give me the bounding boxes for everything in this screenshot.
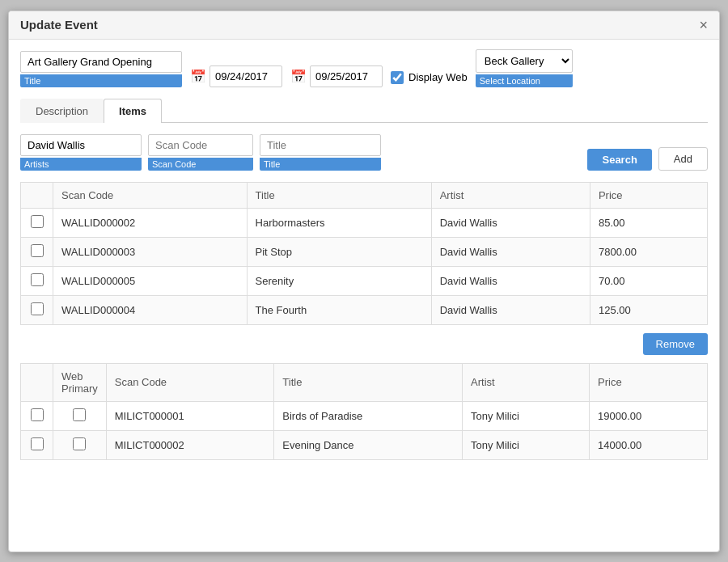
title-label: Title	[20, 74, 182, 87]
web-row-artist: Tony Milici	[463, 401, 590, 430]
artist-filter-input[interactable]	[20, 134, 142, 156]
web-row-title: Evening Dance	[274, 430, 463, 459]
table-row: WALLID000003 Pit Stop David Wallis 7800.…	[21, 237, 708, 266]
web-table-header-row: Web Primary Scan Code Title Artist Price	[21, 363, 708, 401]
event-title-input[interactable]	[20, 51, 182, 73]
items-table: Scan Code Title Artist Price WALLID00000…	[20, 182, 708, 325]
row-checkbox[interactable]	[31, 244, 44, 257]
web-row-checkbox[interactable]	[31, 437, 44, 450]
web-col-scancode: Scan Code	[106, 363, 274, 401]
items-col-price: Price	[590, 182, 707, 208]
row-checkbox[interactable]	[31, 273, 44, 286]
row-check-cell	[21, 266, 53, 295]
items-col-artist: Artist	[431, 182, 590, 208]
row-price: 70.00	[590, 266, 707, 295]
tabs-container: Description Items	[20, 99, 708, 123]
table-row: MILICT000002 Evening Dance Tony Milici 1…	[21, 430, 708, 459]
table-row: MILICT000001 Birds of Paradise Tony Mili…	[21, 401, 708, 430]
add-button[interactable]: Add	[658, 147, 708, 171]
row-scancode: WALLID000003	[53, 237, 248, 266]
row-price: 7800.00	[590, 237, 707, 266]
filter-row: Artists Scan Code Title Search Add	[20, 134, 708, 171]
end-date-group: 📅	[290, 65, 383, 87]
location-label: Select Location	[476, 74, 573, 87]
title-filter-input[interactable]	[260, 134, 381, 156]
scancode-filter-field: Scan Code	[148, 134, 253, 171]
row-scancode: WALLID000004	[53, 295, 248, 324]
display-web-label: Display Web	[408, 71, 468, 83]
row-artist: David Wallis	[431, 237, 590, 266]
calendar-start-icon: 📅	[190, 69, 206, 84]
row-scancode: WALLID000002	[53, 208, 248, 237]
location-select-group: Beck Gallery Main Hall East Wing Select …	[476, 49, 573, 87]
row-price: 85.00	[590, 208, 707, 237]
close-button[interactable]: ×	[699, 18, 708, 32]
web-col-title: Title	[274, 363, 463, 401]
row-price: 125.00	[590, 295, 707, 324]
search-button[interactable]: Search	[587, 149, 651, 171]
title-field-group: Title	[20, 51, 182, 87]
web-row-webprimary-cell	[53, 430, 107, 459]
scancode-filter-input[interactable]	[148, 134, 253, 156]
start-date-group: 📅	[190, 65, 282, 87]
web-row-scancode: MILICT000002	[106, 430, 274, 459]
web-primary-checkbox[interactable]	[73, 437, 86, 450]
web-row-artist: Tony Milici	[463, 430, 590, 459]
row-checkbox[interactable]	[31, 215, 44, 228]
location-select[interactable]: Beck Gallery Main Hall East Wing	[476, 49, 573, 73]
web-row-check-cell	[21, 401, 53, 430]
items-table-header-row: Scan Code Title Artist Price	[21, 182, 708, 208]
row-check-cell	[21, 208, 53, 237]
web-row-price: 19000.00	[590, 401, 708, 430]
web-row-checkbox[interactable]	[31, 408, 44, 421]
title-filter-label: Title	[260, 158, 381, 171]
items-col-scancode: Scan Code	[53, 182, 248, 208]
web-row-scancode: MILICT000001	[106, 401, 274, 430]
scancode-filter-label: Scan Code	[148, 158, 253, 171]
web-row-title: Birds of Paradise	[274, 401, 463, 430]
web-row-check-cell	[21, 430, 53, 459]
row-artist: David Wallis	[431, 208, 590, 237]
table-row: WALLID000004 The Fourth David Wallis 125…	[21, 295, 708, 324]
row-check-cell	[21, 295, 53, 324]
modal-dialog: Update Event × Title 📅 📅 Display Web	[8, 11, 720, 552]
row-check-cell	[21, 237, 53, 266]
modal-title: Update Event	[20, 18, 98, 32]
artist-filter-label: Artists	[20, 158, 142, 171]
web-col-webprimary: Web Primary	[53, 363, 107, 401]
row-title: Serenity	[247, 266, 431, 295]
web-col-artist: Artist	[463, 363, 590, 401]
web-row-webprimary-cell	[53, 401, 107, 430]
modal-body: Title 📅 📅 Display Web Beck Gallery Main …	[9, 40, 719, 478]
items-col-title: Title	[247, 182, 431, 208]
row-artist: David Wallis	[431, 295, 590, 324]
row-title: Harbormasters	[247, 208, 431, 237]
display-web-group: Display Web	[391, 71, 468, 87]
web-col-check	[21, 363, 53, 401]
tab-description[interactable]: Description	[20, 99, 104, 123]
row-artist: David Wallis	[431, 266, 590, 295]
calendar-end-icon: 📅	[290, 69, 307, 84]
row-title: The Fourth	[247, 295, 431, 324]
display-web-checkbox[interactable]	[391, 71, 404, 84]
row-checkbox[interactable]	[31, 302, 44, 315]
row-scancode: WALLID000005	[53, 266, 248, 295]
web-table: Web Primary Scan Code Title Artist Price…	[20, 363, 708, 460]
web-col-price: Price	[590, 363, 708, 401]
row-title: Pit Stop	[247, 237, 431, 266]
event-details-row: Title 📅 📅 Display Web Beck Gallery Main …	[20, 49, 708, 87]
start-date-input[interactable]	[210, 65, 282, 87]
items-col-check	[21, 182, 53, 208]
web-row-price: 14000.00	[590, 430, 708, 459]
tab-items[interactable]: Items	[104, 99, 162, 123]
title-filter-field: Title	[260, 134, 381, 171]
end-date-input[interactable]	[310, 65, 383, 87]
modal-header: Update Event ×	[9, 11, 719, 40]
web-primary-checkbox[interactable]	[73, 408, 86, 421]
artist-filter-field: Artists	[20, 134, 142, 171]
remove-button-container: Remove	[20, 333, 708, 363]
table-row: WALLID000005 Serenity David Wallis 70.00	[21, 266, 708, 295]
table-row: WALLID000002 Harbormasters David Wallis …	[21, 208, 708, 237]
remove-button[interactable]: Remove	[643, 333, 708, 355]
